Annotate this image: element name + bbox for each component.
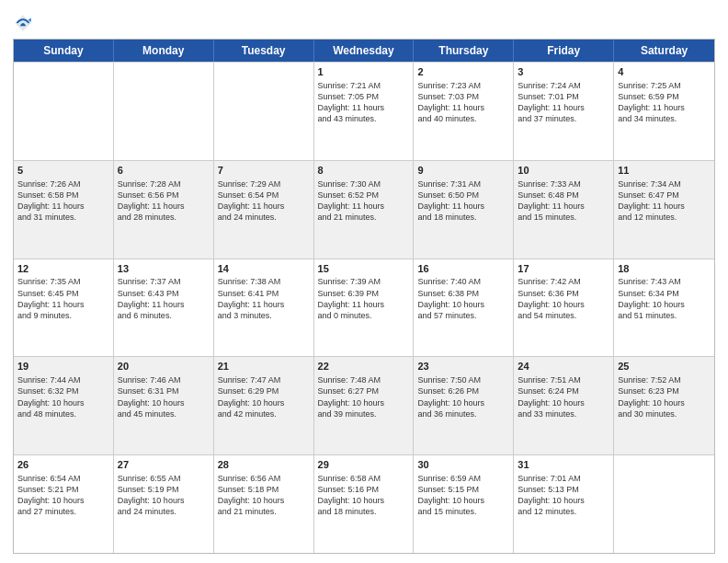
calendar-cell: 28Sunrise: 6:56 AM Sunset: 5:18 PM Dayli… [214, 455, 314, 553]
calendar-cell: 3Sunrise: 7:24 AM Sunset: 7:01 PM Daylig… [514, 63, 614, 160]
calendar-cell: 20Sunrise: 7:46 AM Sunset: 6:31 PM Dayli… [114, 357, 214, 454]
cell-text: Sunrise: 7:47 AM Sunset: 6:29 PM Dayligh… [218, 374, 310, 419]
day-number: 7 [218, 164, 310, 178]
cell-text: Sunrise: 7:33 AM Sunset: 6:48 PM Dayligh… [518, 178, 609, 224]
day-number: 21 [218, 360, 310, 373]
weekday-header: Friday [514, 40, 614, 62]
calendar-cell: 10Sunrise: 7:33 AM Sunset: 6:48 PM Dayli… [514, 161, 614, 259]
cell-text: Sunrise: 7:35 AM Sunset: 6:45 PM Dayligh… [17, 276, 109, 321]
calendar-cell: 23Sunrise: 7:50 AM Sunset: 6:26 PM Dayli… [414, 357, 514, 454]
day-number: 23 [417, 360, 509, 373]
cell-text: Sunrise: 7:51 AM Sunset: 6:24 PM Dayligh… [518, 374, 609, 419]
calendar-cell: 18Sunrise: 7:43 AM Sunset: 6:34 PM Dayli… [614, 259, 714, 357]
calendar-cell: 19Sunrise: 7:44 AM Sunset: 6:32 PM Dayli… [14, 357, 114, 454]
day-number: 19 [17, 360, 109, 373]
cell-text: Sunrise: 7:52 AM Sunset: 6:23 PM Dayligh… [618, 374, 711, 419]
calendar-cell: 21Sunrise: 7:47 AM Sunset: 6:29 PM Dayli… [214, 357, 314, 454]
cell-text: Sunrise: 7:34 AM Sunset: 6:47 PM Dayligh… [618, 178, 711, 224]
calendar-cell: 1Sunrise: 7:21 AM Sunset: 7:05 PM Daylig… [314, 63, 415, 160]
calendar-cell: 4Sunrise: 7:25 AM Sunset: 6:59 PM Daylig… [614, 63, 714, 160]
weekday-header: Wednesday [314, 40, 415, 62]
calendar-cell: 16Sunrise: 7:40 AM Sunset: 6:38 PM Dayli… [414, 259, 514, 357]
calendar-cell: 29Sunrise: 6:58 AM Sunset: 5:16 PM Dayli… [314, 455, 415, 553]
day-number: 30 [417, 458, 509, 472]
cell-text: Sunrise: 7:38 AM Sunset: 6:41 PM Dayligh… [218, 276, 310, 321]
day-number: 6 [118, 164, 210, 178]
cell-text: Sunrise: 7:31 AM Sunset: 6:50 PM Dayligh… [417, 178, 509, 224]
day-number: 18 [618, 262, 711, 276]
header [13, 9, 715, 33]
day-number: 22 [318, 360, 410, 373]
day-number: 15 [318, 262, 410, 276]
cell-text: Sunrise: 6:58 AM Sunset: 5:16 PM Dayligh… [318, 473, 410, 518]
calendar-row: 26Sunrise: 6:54 AM Sunset: 5:21 PM Dayli… [14, 454, 714, 553]
weekday-header: Saturday [614, 40, 714, 62]
cell-text: Sunrise: 7:50 AM Sunset: 6:26 PM Dayligh… [417, 374, 509, 419]
cell-text: Sunrise: 7:28 AM Sunset: 6:56 PM Dayligh… [118, 178, 210, 224]
calendar-cell [214, 63, 314, 160]
calendar-body: 1Sunrise: 7:21 AM Sunset: 7:05 PM Daylig… [14, 62, 714, 553]
day-number: 28 [218, 458, 310, 472]
logo [13, 13, 37, 33]
calendar-cell: 9Sunrise: 7:31 AM Sunset: 6:50 PM Daylig… [414, 161, 514, 259]
day-number: 29 [318, 458, 410, 472]
cell-text: Sunrise: 7:40 AM Sunset: 6:38 PM Dayligh… [417, 276, 509, 321]
day-number: 16 [417, 262, 509, 276]
calendar-cell: 22Sunrise: 7:48 AM Sunset: 6:27 PM Dayli… [314, 357, 415, 454]
cell-text: Sunrise: 7:25 AM Sunset: 6:59 PM Dayligh… [618, 80, 711, 125]
day-number: 26 [17, 458, 109, 472]
day-number: 5 [17, 164, 109, 178]
cell-text: Sunrise: 7:23 AM Sunset: 7:03 PM Dayligh… [417, 80, 509, 125]
calendar-row: 12Sunrise: 7:35 AM Sunset: 6:45 PM Dayli… [14, 259, 714, 357]
day-number: 14 [218, 262, 310, 276]
cell-text: Sunrise: 7:26 AM Sunset: 6:58 PM Dayligh… [17, 178, 109, 224]
calendar-cell: 24Sunrise: 7:51 AM Sunset: 6:24 PM Dayli… [514, 357, 614, 454]
calendar-header: SundayMondayTuesdayWednesdayThursdayFrid… [14, 40, 714, 62]
calendar-cell: 2Sunrise: 7:23 AM Sunset: 7:03 PM Daylig… [414, 63, 514, 160]
day-number: 31 [518, 458, 609, 472]
calendar-cell: 12Sunrise: 7:35 AM Sunset: 6:45 PM Dayli… [14, 259, 114, 357]
calendar-cell: 14Sunrise: 7:38 AM Sunset: 6:41 PM Dayli… [214, 259, 314, 357]
cell-text: Sunrise: 7:39 AM Sunset: 6:39 PM Dayligh… [318, 276, 410, 321]
day-number: 10 [518, 164, 609, 178]
calendar-cell: 17Sunrise: 7:42 AM Sunset: 6:36 PM Dayli… [514, 259, 614, 357]
calendar-row: 1Sunrise: 7:21 AM Sunset: 7:05 PM Daylig… [14, 62, 714, 160]
cell-text: Sunrise: 7:46 AM Sunset: 6:31 PM Dayligh… [118, 374, 210, 419]
day-number: 11 [618, 164, 711, 178]
day-number: 13 [118, 262, 210, 276]
weekday-header: Tuesday [214, 40, 314, 62]
weekday-header: Sunday [14, 40, 114, 62]
calendar-cell: 13Sunrise: 7:37 AM Sunset: 6:43 PM Dayli… [114, 259, 214, 357]
day-number: 3 [518, 65, 609, 79]
calendar-cell: 25Sunrise: 7:52 AM Sunset: 6:23 PM Dayli… [614, 357, 714, 454]
calendar-cell: 5Sunrise: 7:26 AM Sunset: 6:58 PM Daylig… [14, 161, 114, 259]
cell-text: Sunrise: 7:01 AM Sunset: 5:13 PM Dayligh… [518, 473, 609, 518]
cell-text: Sunrise: 7:24 AM Sunset: 7:01 PM Dayligh… [518, 80, 609, 125]
calendar-cell [114, 63, 214, 160]
weekday-header: Monday [114, 40, 214, 62]
calendar-row: 5Sunrise: 7:26 AM Sunset: 6:58 PM Daylig… [14, 160, 714, 259]
cell-text: Sunrise: 7:30 AM Sunset: 6:52 PM Dayligh… [318, 178, 410, 224]
calendar-cell: 6Sunrise: 7:28 AM Sunset: 6:56 PM Daylig… [114, 161, 214, 259]
day-number: 4 [618, 65, 711, 79]
calendar-cell: 11Sunrise: 7:34 AM Sunset: 6:47 PM Dayli… [614, 161, 714, 259]
calendar-cell [614, 455, 714, 553]
day-number: 9 [417, 164, 509, 178]
calendar-cell: 7Sunrise: 7:29 AM Sunset: 6:54 PM Daylig… [214, 161, 314, 259]
calendar-cell: 15Sunrise: 7:39 AM Sunset: 6:39 PM Dayli… [314, 259, 415, 357]
day-number: 2 [417, 65, 509, 79]
logo-icon [13, 13, 33, 33]
cell-text: Sunrise: 7:44 AM Sunset: 6:32 PM Dayligh… [17, 374, 109, 419]
cell-text: Sunrise: 7:37 AM Sunset: 6:43 PM Dayligh… [118, 276, 210, 321]
day-number: 27 [118, 458, 210, 472]
calendar-cell: 30Sunrise: 6:59 AM Sunset: 5:15 PM Dayli… [414, 455, 514, 553]
calendar-cell: 8Sunrise: 7:30 AM Sunset: 6:52 PM Daylig… [314, 161, 415, 259]
calendar-cell [14, 63, 114, 160]
day-number: 1 [318, 65, 410, 79]
calendar-row: 19Sunrise: 7:44 AM Sunset: 6:32 PM Dayli… [14, 356, 714, 454]
day-number: 12 [17, 262, 109, 276]
calendar-cell: 27Sunrise: 6:55 AM Sunset: 5:19 PM Dayli… [114, 455, 214, 553]
cell-text: Sunrise: 7:42 AM Sunset: 6:36 PM Dayligh… [518, 276, 609, 321]
cell-text: Sunrise: 6:55 AM Sunset: 5:19 PM Dayligh… [118, 473, 210, 518]
calendar-cell: 26Sunrise: 6:54 AM Sunset: 5:21 PM Dayli… [14, 455, 114, 553]
